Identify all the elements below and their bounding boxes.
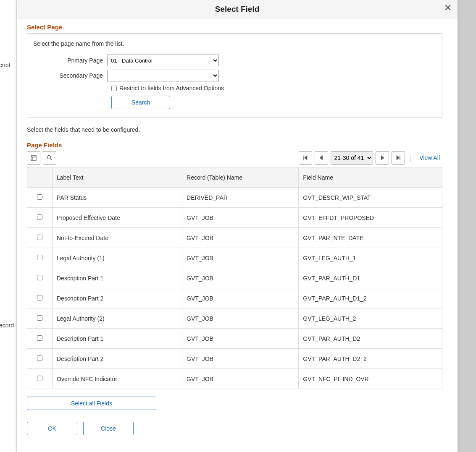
- row-checkbox-cell: [27, 188, 53, 208]
- table-row: PAR StatusDERIVED_PARGVT_DESCR_WIP_STAT: [27, 188, 442, 208]
- restrict-label: Restrict to fields from Advanced Options: [119, 85, 224, 91]
- row-checkbox-cell: [27, 308, 53, 329]
- row-checkbox[interactable]: [37, 235, 42, 240]
- select-page-title: Select Page: [27, 24, 442, 31]
- cell-label: Proposed Effective Date: [53, 208, 182, 228]
- first-page-icon[interactable]: [299, 151, 312, 165]
- primary-page-label: Primary Page: [33, 57, 107, 64]
- svg-line-4: [50, 159, 52, 160]
- cell-field: GVT_LEG_AUTH_2: [299, 308, 442, 329]
- row-checkbox-cell: [27, 268, 53, 288]
- svg-marker-9: [397, 156, 400, 160]
- cell-field: GVT_EFFDT_PROPOSED: [299, 208, 442, 228]
- row-checkbox[interactable]: [37, 255, 42, 260]
- row-checkbox-cell: [27, 208, 53, 228]
- cell-label: Description Part 2: [53, 288, 182, 308]
- cell-record: DERIVED_PAR: [182, 188, 299, 208]
- svg-point-3: [47, 156, 51, 159]
- col-record-name: Record (Table) Name: [182, 167, 299, 188]
- background-panel: cript ecord: [0, 0, 17, 452]
- pager-select[interactable]: 21-30 of 41: [331, 151, 373, 165]
- table-row: Description Part 2GVT_JOBGVT_PAR_AUTH_D2…: [27, 349, 442, 369]
- row-checkbox-cell: [27, 228, 53, 248]
- svg-marker-7: [320, 156, 323, 160]
- cell-label: Description Part 1: [53, 329, 182, 349]
- primary-page-row: Primary Page 01 - Data Control: [33, 55, 436, 66]
- cell-label: Description Part 1: [53, 268, 182, 288]
- modal-title: Select Field: [215, 5, 260, 14]
- cell-record: GVT_JOB: [182, 248, 299, 268]
- cell-record: GVT_JOB: [182, 349, 299, 369]
- table-row: Description Part 1GVT_JOBGVT_PAR_AUTH_D1: [27, 268, 442, 288]
- ok-button[interactable]: OK: [27, 422, 77, 435]
- row-checkbox[interactable]: [37, 335, 42, 341]
- row-checkbox[interactable]: [37, 295, 42, 300]
- secondary-page-row: Secondary Page: [33, 70, 436, 81]
- cell-label: Legal Authority (1): [53, 248, 182, 268]
- personalize-icon[interactable]: [27, 151, 40, 165]
- row-checkbox[interactable]: [37, 275, 42, 280]
- col-label-text: Label Text: [53, 167, 182, 188]
- cell-label: Override NFC Indicator: [53, 369, 182, 389]
- row-checkbox[interactable]: [37, 214, 42, 220]
- toolbar-left: [27, 151, 56, 165]
- last-page-icon[interactable]: [392, 151, 405, 165]
- background-text-1: cript: [0, 62, 10, 68]
- select-all-fields-button[interactable]: Select all Fields: [27, 397, 156, 410]
- find-icon[interactable]: [43, 151, 56, 165]
- restrict-checkbox[interactable]: [111, 86, 117, 91]
- table-row: Description Part 1GVT_JOBGVT_PAR_AUTH_D2: [27, 329, 442, 349]
- cell-field: GVT_PAR_AUTH_D1: [299, 268, 442, 288]
- table-header-row: Label Text Record (Table) Name Field Nam…: [27, 167, 442, 188]
- close-button[interactable]: Close: [83, 422, 134, 435]
- row-checkbox[interactable]: [37, 194, 42, 200]
- page-fields-table: Label Text Record (Table) Name Field Nam…: [27, 167, 442, 389]
- row-checkbox-cell: [27, 369, 53, 389]
- select-page-panel: Select the page name from the list. Prim…: [27, 33, 442, 118]
- row-checkbox-cell: [27, 288, 53, 308]
- row-checkbox[interactable]: [37, 315, 42, 321]
- toolbar-right: 21-30 of 41 | View All: [299, 151, 442, 165]
- select-page-description: Select the page name from the list.: [33, 40, 436, 47]
- primary-page-select[interactable]: 01 - Data Control: [107, 55, 219, 66]
- table-row: Override NFC IndicatorGVT_JOBGVT_NFC_PI_…: [27, 369, 442, 389]
- cell-field: GVT_LEG_AUTH_1: [299, 248, 442, 268]
- cell-record: GVT_JOB: [182, 208, 299, 228]
- cell-record: GVT_JOB: [182, 308, 299, 329]
- row-checkbox-cell: [27, 248, 53, 268]
- search-button[interactable]: Search: [111, 96, 170, 109]
- cell-record: GVT_JOB: [182, 329, 299, 349]
- svg-marker-6: [304, 156, 307, 160]
- prev-page-icon[interactable]: [315, 151, 328, 165]
- close-icon[interactable]: ✕: [444, 3, 452, 13]
- table-row: Legal Authority (2)GVT_JOBGVT_LEG_AUTH_2: [27, 308, 442, 329]
- table-row: Legal Authority (1)GVT_JOBGVT_LEG_AUTH_1: [27, 248, 442, 268]
- row-checkbox[interactable]: [37, 355, 42, 361]
- row-checkbox[interactable]: [37, 376, 42, 381]
- cell-label: PAR Status: [53, 188, 182, 208]
- col-checkbox: [27, 167, 53, 188]
- cell-field: GVT_PAR_AUTH_D1_2: [299, 288, 442, 308]
- page-fields-title: Page Fields: [27, 141, 442, 149]
- table-row: Description Part 2GVT_JOBGVT_PAR_AUTH_D1…: [27, 288, 442, 308]
- background-text-2: ecord: [0, 322, 14, 329]
- restrict-row: Restrict to fields from Advanced Options: [111, 85, 436, 91]
- view-all-link[interactable]: View All: [419, 154, 440, 161]
- cell-field: GVT_DESCR_WIP_STAT: [299, 188, 442, 208]
- cell-record: GVT_JOB: [182, 268, 299, 288]
- cell-label: Not-to-Exceed Date: [53, 228, 182, 248]
- cell-label: Description Part 2: [53, 349, 182, 369]
- toolbar-divider: |: [410, 154, 412, 162]
- cell-record: GVT_JOB: [182, 369, 299, 389]
- cell-label: Legal Authority (2): [53, 308, 182, 329]
- col-field-name: Field Name: [299, 167, 442, 188]
- row-checkbox-cell: [27, 329, 53, 349]
- cell-field: GVT_NFC_PI_IND_OVR: [299, 369, 442, 389]
- grid-toolbar: 21-30 of 41 | View All: [27, 151, 442, 165]
- modal-header: Select Field ✕: [17, 0, 458, 18]
- table-row: Not-to-Exceed DateGVT_JOBGVT_PAR_NTE_DAT…: [27, 228, 442, 248]
- cell-field: GVT_PAR_AUTH_D2_2: [299, 349, 442, 369]
- cell-record: GVT_JOB: [182, 228, 299, 248]
- next-page-icon[interactable]: [376, 151, 389, 165]
- secondary-page-select[interactable]: [107, 70, 219, 81]
